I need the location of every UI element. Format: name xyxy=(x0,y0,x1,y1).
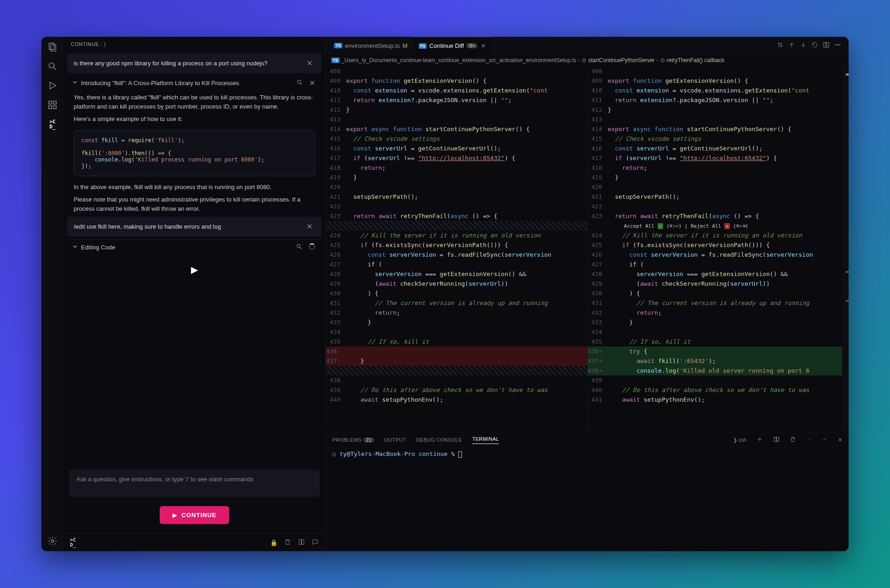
close-icon[interactable]: ✕ xyxy=(304,221,315,232)
editing-label: Editing Code xyxy=(81,244,291,251)
continue-sidebar: CONTINUE : ) is there any good npm libra… xyxy=(64,37,326,551)
typescript-icon: TS xyxy=(419,43,427,49)
accept-reject-bar[interactable]: Accept All ✓ (⌘⇧⏎) | Reject All ✕ (⌘⇧⌫) xyxy=(622,223,750,230)
tab-continue-diff[interactable]: TS Continue Diff 9+ ✕ xyxy=(413,37,493,54)
svg-point-12 xyxy=(297,244,300,248)
close-icon[interactable]: ✕ xyxy=(480,42,487,49)
svg-rect-6 xyxy=(53,101,56,104)
diff-modified-pane[interactable]: 408 409export function getExtensionVersi… xyxy=(588,66,849,432)
svg-rect-7 xyxy=(49,106,52,109)
typescript-icon: TS xyxy=(331,58,340,63)
minimap[interactable] xyxy=(842,66,849,432)
stop-icon[interactable] xyxy=(307,243,317,251)
svg-rect-5 xyxy=(49,101,52,104)
svg-point-17 xyxy=(838,45,838,46)
chat-body: is there any good npm library for killin… xyxy=(64,52,325,466)
svg-line-13 xyxy=(300,248,302,249)
diff-count-badge: 9+ xyxy=(467,43,477,48)
continue-button[interactable]: CONTINUE xyxy=(160,506,230,524)
chat-icon[interactable] xyxy=(312,538,319,547)
breadcrumb[interactable]: TS _Users_ty_Documents_continue-team_con… xyxy=(326,54,849,66)
tab-actions xyxy=(777,41,846,50)
method-icon: ⊙ xyxy=(582,57,586,63)
edit-command-message: /edit use fkill here, making sure to han… xyxy=(67,217,322,236)
terminal-shell-label[interactable]: ❯ zsh xyxy=(733,437,746,443)
sidebar-title: CONTINUE : ) xyxy=(64,37,325,52)
assistant-paragraph: Yes, there is a library called "fkill" w… xyxy=(67,91,322,113)
terminal-cursor xyxy=(458,451,462,458)
svg-rect-14 xyxy=(824,43,826,47)
settings-gear-icon[interactable] xyxy=(47,536,58,547)
diff-original-pane[interactable]: 408 409export function getExtensionVersi… xyxy=(326,66,588,432)
assistant-paragraph: In the above example, fkill will kill an… xyxy=(67,181,322,194)
new-terminal-icon[interactable] xyxy=(757,436,763,444)
assistant-paragraph: Here's a simple example of how to use it… xyxy=(67,113,322,126)
bottom-panel: PROBLEMS21 OUTPUT DEBUG CONSOLE TERMINAL… xyxy=(326,432,849,551)
chat-input[interactable]: Ask a question, give instructions, or ty… xyxy=(69,469,320,497)
search-icon[interactable] xyxy=(47,61,58,72)
search-icon[interactable] xyxy=(294,243,304,251)
continue-extension-icon[interactable]: >CD_ xyxy=(47,119,58,130)
explorer-icon[interactable] xyxy=(47,41,58,52)
maximize-panel-icon[interactable] xyxy=(821,436,828,444)
modified-indicator: M xyxy=(403,42,408,49)
more-icon[interactable] xyxy=(834,41,841,50)
search-icon[interactable] xyxy=(295,79,305,87)
close-panel-icon[interactable]: ✕ xyxy=(838,437,842,443)
svg-rect-20 xyxy=(777,437,779,441)
chevron-down-icon xyxy=(72,243,78,251)
compare-icon[interactable] xyxy=(777,41,784,50)
tab-environment-setup[interactable]: TS environmentSetup.ts M xyxy=(329,37,413,54)
answer-header[interactable]: Introducing "fkill": A Cross-Platform Li… xyxy=(67,75,322,91)
down-arrow-icon[interactable] xyxy=(800,41,807,50)
up-arrow-icon[interactable] xyxy=(788,41,795,50)
svg-point-2 xyxy=(49,63,54,68)
kill-terminal-icon[interactable] xyxy=(790,436,796,444)
tab-problems[interactable]: PROBLEMS21 xyxy=(332,437,374,443)
answer-title: Introducing "fkill": A Cross-Platform Li… xyxy=(81,80,292,86)
svg-rect-8 xyxy=(53,106,56,109)
edit-command-text: /edit use fkill here, making sure to han… xyxy=(74,223,299,230)
typescript-icon: TS xyxy=(334,43,342,48)
more-icon[interactable]: ⋯ xyxy=(806,437,811,443)
code-example: const fkill = require('fkill'); fkill(':… xyxy=(74,130,315,176)
svg-line-11 xyxy=(301,83,302,85)
tab-output[interactable]: OUTPUT xyxy=(384,437,406,443)
tab-terminal[interactable]: TERMINAL xyxy=(472,436,499,444)
sidebar-footer: >CD_ 🔒 xyxy=(64,533,325,551)
cursor-indicator: ▶ xyxy=(67,255,322,284)
editor-main: TS environmentSetup.ts M TS Continue Dif… xyxy=(326,37,849,551)
vscode-window: >CD_ CONTINUE : ) is there any good npm … xyxy=(41,37,849,551)
user-message: is there any good npm library for killin… xyxy=(67,53,322,73)
run-debug-icon[interactable] xyxy=(47,80,58,91)
trash-icon[interactable] xyxy=(284,538,291,547)
svg-rect-19 xyxy=(774,437,776,441)
panel-tabs: PROBLEMS21 OUTPUT DEBUG CONSOLE TERMINAL… xyxy=(326,432,849,448)
lock-icon[interactable]: 🔒 xyxy=(270,539,277,546)
split-icon[interactable] xyxy=(823,41,830,50)
chevron-down-icon xyxy=(72,79,78,87)
split-terminal-icon[interactable] xyxy=(773,436,780,444)
close-icon[interactable]: ✕ xyxy=(307,79,317,87)
method-icon: ⊙ xyxy=(660,57,665,63)
activity-bar: >CD_ xyxy=(41,37,64,551)
svg-point-10 xyxy=(297,80,301,83)
svg-rect-15 xyxy=(826,43,829,47)
svg-point-18 xyxy=(839,45,840,46)
svg-point-9 xyxy=(51,540,54,542)
diff-view: 408 409export function getExtensionVersi… xyxy=(326,66,849,432)
svg-marker-4 xyxy=(50,82,56,89)
tab-debug-console[interactable]: DEBUG CONSOLE xyxy=(416,437,462,443)
terminal-body[interactable]: ○ ty@Tylers-MacBook-Pro continue % xyxy=(326,448,849,551)
svg-point-16 xyxy=(835,45,836,46)
editing-code-header[interactable]: Editing Code xyxy=(67,239,322,255)
revert-icon[interactable] xyxy=(811,41,818,50)
assistant-paragraph: Please note that you might need administ… xyxy=(67,193,322,215)
svg-line-3 xyxy=(54,68,57,70)
user-message-text: is there any good npm library for killin… xyxy=(74,60,299,67)
extensions-icon[interactable] xyxy=(47,99,58,110)
close-icon[interactable]: ✕ xyxy=(304,58,315,69)
svg-rect-1 xyxy=(51,45,56,51)
book-icon[interactable] xyxy=(298,538,305,547)
svg-rect-0 xyxy=(49,43,54,50)
